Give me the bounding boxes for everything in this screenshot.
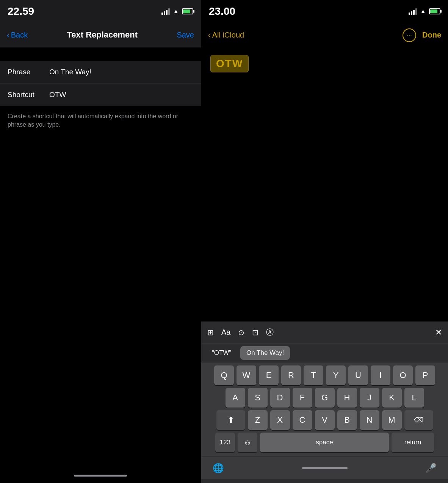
checkmark-circle-icon[interactable]: ⊙ <box>238 328 244 337</box>
shift-key[interactable]: ⬆ <box>216 410 245 430</box>
back-button[interactable]: ‹ Back <box>7 31 28 39</box>
camera-icon[interactable]: ⊡ <box>252 328 258 337</box>
key-Q[interactable]: Q <box>214 365 234 385</box>
signal-bars-left <box>161 8 170 15</box>
space-key[interactable]: space <box>260 433 389 452</box>
key-N[interactable]: N <box>360 410 379 430</box>
key-row-2: A S D F G H J K L <box>203 388 446 408</box>
key-U[interactable]: U <box>348 365 368 385</box>
otw-text: OTW <box>216 58 243 69</box>
keyboard-area: ⊞ Aa ⊙ ⊡ Ⓐ ✕ “OTW” On The Way! Q W E R T… <box>201 321 448 483</box>
otw-badge: OTW <box>210 55 249 72</box>
grid-icon[interactable]: ⊞ <box>207 328 214 337</box>
nav-title: Text Replacement <box>67 30 138 40</box>
divider-section <box>0 47 201 61</box>
status-bar-right: 23.00 ▲ <box>201 0 448 23</box>
key-I[interactable]: I <box>371 365 390 385</box>
status-bar-left: 22.59 ▲ <box>0 0 201 23</box>
save-button[interactable]: Save <box>177 31 194 39</box>
microphone-icon[interactable]: 🎤 <box>425 463 437 474</box>
key-Y[interactable]: Y <box>326 365 346 385</box>
keyboard-rows: Q W E R T Y U I O P A S D F G H J K <box>201 362 448 456</box>
key-J[interactable]: J <box>360 388 379 408</box>
key-row-4: 123 ☺ space return <box>203 433 446 452</box>
battery-icon-right <box>429 8 440 14</box>
globe-icon[interactable]: 🌐 <box>213 463 224 474</box>
right-panel: 23.00 ▲ ‹ All iCloud ··· Done OTW <box>201 0 448 483</box>
autocomplete-bar: “OTW” On The Way! <box>201 343 448 362</box>
key-row-1: Q W E R T Y U I O P <box>203 365 446 385</box>
shortcut-value: OTW <box>49 91 66 99</box>
key-row-3: ⬆ Z X C V B N M ⌫ <box>203 410 446 430</box>
key-L[interactable]: L <box>404 388 424 408</box>
ellipsis-icon: ··· <box>407 32 412 39</box>
key-R[interactable]: R <box>281 365 301 385</box>
home-bar-right <box>302 467 348 469</box>
close-keyboard-button[interactable]: ✕ <box>435 328 442 337</box>
all-icloud-back-button[interactable]: ‹ All iCloud <box>208 31 244 39</box>
key-E[interactable]: E <box>259 365 279 385</box>
nav-bar-left: ‹ Back Text Replacement Save <box>0 23 201 47</box>
chevron-left-icon-right: ‹ <box>208 31 211 39</box>
delete-key[interactable]: ⌫ <box>404 410 433 430</box>
key-X[interactable]: X <box>270 410 290 430</box>
key-V[interactable]: V <box>315 410 335 430</box>
font-icon[interactable]: Aa <box>221 328 230 337</box>
key-S[interactable]: S <box>248 388 268 408</box>
key-M[interactable]: M <box>382 410 402 430</box>
back-label: Back <box>11 31 28 39</box>
phrase-row[interactable]: Phrase On The Way! <box>0 61 201 83</box>
key-C[interactable]: C <box>293 410 312 430</box>
home-indicator-left <box>0 468 201 483</box>
key-H[interactable]: H <box>337 388 357 408</box>
key-W[interactable]: W <box>237 365 256 385</box>
wifi-icon-left: ▲ <box>173 8 179 15</box>
battery-icon-left <box>182 8 193 14</box>
shortcut-row[interactable]: Shortcut OTW <box>0 83 201 106</box>
home-bar-left <box>74 475 127 477</box>
notes-content: OTW <box>201 47 448 321</box>
key-K[interactable]: K <box>382 388 402 408</box>
nav-bar-right: ‹ All iCloud ··· Done <box>201 23 448 47</box>
autocomplete-otw[interactable]: “OTW” <box>206 346 237 360</box>
toolbar-icons: ⊞ Aa ⊙ ⊡ Ⓐ <box>207 327 274 337</box>
status-icons-left: ▲ <box>161 8 193 15</box>
return-key[interactable]: return <box>392 433 434 452</box>
time-right: 23.00 <box>209 5 235 17</box>
emoji-key[interactable]: ☺ <box>238 433 257 452</box>
form-section: Phrase On The Way! Shortcut OTW <box>0 61 201 106</box>
wifi-icon-right: ▲ <box>420 8 426 15</box>
key-A[interactable]: A <box>226 388 245 408</box>
key-Z[interactable]: Z <box>248 410 268 430</box>
key-F[interactable]: F <box>293 388 312 408</box>
number-key[interactable]: 123 <box>215 433 235 452</box>
key-O[interactable]: O <box>393 365 413 385</box>
key-B[interactable]: B <box>337 410 357 430</box>
back-label-right: All iCloud <box>212 31 244 39</box>
shortcut-label: Shortcut <box>8 91 49 99</box>
key-D[interactable]: D <box>270 388 290 408</box>
key-G[interactable]: G <box>315 388 335 408</box>
bottom-bar-right: 🌐 🎤 <box>201 456 448 479</box>
time-left: 22.59 <box>8 5 34 17</box>
hint-text: Create a shortcut that will automaticall… <box>0 106 201 135</box>
key-P[interactable]: P <box>415 365 435 385</box>
phrase-value: On The Way! <box>49 68 91 76</box>
signal-bars-right <box>409 8 417 15</box>
phrase-label: Phrase <box>8 68 49 76</box>
left-panel: 22.59 ▲ ‹ Back Text Replacement Save Phr… <box>0 0 201 483</box>
pen-circle-icon[interactable]: Ⓐ <box>266 327 274 337</box>
keyboard-toolbar: ⊞ Aa ⊙ ⊡ Ⓐ ✕ <box>201 321 448 343</box>
key-T[interactable]: T <box>304 365 323 385</box>
left-spacer <box>0 135 201 468</box>
chevron-left-icon: ‹ <box>7 31 9 39</box>
more-button[interactable]: ··· <box>403 28 416 42</box>
autocomplete-on-the-way[interactable]: On The Way! <box>240 346 290 360</box>
status-icons-right: ▲ <box>409 8 440 15</box>
done-button[interactable]: Done <box>422 31 441 39</box>
